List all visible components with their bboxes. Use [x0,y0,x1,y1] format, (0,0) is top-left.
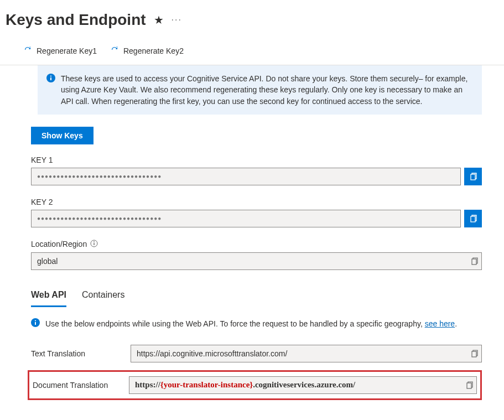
copy-icon [465,381,474,390]
svg-rect-6 [471,216,475,222]
location-input[interactable] [31,252,482,270]
copy-icon [470,349,479,358]
info-circle-icon[interactable] [90,240,98,249]
regenerate-key1-button[interactable]: 1 Regenerate Key1 [22,43,98,58]
copy-icon [469,172,477,181]
copy-key2-button[interactable] [464,210,482,227]
info-icon [46,74,55,107]
doc-endpoint-prefix: https:// [135,380,160,390]
info-icon [31,318,40,330]
refresh-icon: 1 [23,45,32,56]
svg-text:1: 1 [29,46,31,49]
doc-endpoint-placeholder: {your-translator-instance} [160,380,253,390]
svg-text:2: 2 [116,46,118,49]
key1-label: KEY 1 [31,155,482,164]
location-label: Location/Region [31,240,87,248]
svg-rect-12 [35,322,36,325]
text-translation-label: Text Translation [31,349,131,358]
show-keys-button[interactable]: Show Keys [31,127,93,144]
key2-input[interactable] [31,210,461,227]
webapi-info-prefix: Use the below endpoints while using the … [45,319,425,328]
svg-point-9 [93,241,95,242]
page-title: Keys and Endpoint [6,11,146,29]
see-here-link[interactable]: see here [425,319,455,328]
svg-rect-15 [467,383,471,388]
copy-icon [469,214,477,223]
key2-label: KEY 2 [31,198,482,206]
copy-text-endpoint-button[interactable] [470,349,479,358]
more-menu-icon[interactable]: ··· [172,15,182,25]
svg-rect-8 [93,243,94,245]
copy-doc-endpoint-button[interactable] [465,381,474,390]
tab-web-api[interactable]: Web API [31,287,66,307]
highlight-box: Document Translation https://{your-trans… [28,370,482,400]
text-translation-input[interactable] [131,345,482,362]
regenerate-key2-button[interactable]: 2 Regenerate Key2 [109,43,185,58]
svg-rect-3 [50,77,51,80]
copy-icon [470,257,479,266]
svg-point-13 [35,320,36,321]
svg-rect-14 [472,351,476,357]
info-panel-text: These keys are used to access your Cogni… [61,73,473,107]
document-translation-input[interactable]: https://{your-translator-instance}.cogni… [129,376,477,394]
tabs: Web API Containers [31,287,482,307]
regenerate-key1-label: Regenerate Key1 [37,46,97,55]
key1-input[interactable] [31,168,461,185]
svg-rect-10 [472,259,476,265]
favorite-star-icon[interactable]: ★ [154,13,164,27]
info-panel: These keys are used to access your Cogni… [38,65,482,115]
tab-containers[interactable]: Containers [82,287,124,307]
toolbar: 1 Regenerate Key1 2 Regenerate Key2 [0,34,504,65]
doc-endpoint-suffix: .cognitiveservices.azure.com/ [253,380,355,390]
svg-rect-5 [471,174,475,180]
webapi-info-suffix: . [455,319,457,328]
regenerate-key2-label: Regenerate Key2 [123,46,184,55]
document-translation-label: Document Translation [29,381,129,390]
refresh-icon: 2 [110,45,119,56]
copy-key1-button[interactable] [464,168,482,185]
svg-point-4 [50,75,51,76]
webapi-info-text: Use the below endpoints while using the … [45,318,457,330]
copy-location-button[interactable] [470,257,479,266]
